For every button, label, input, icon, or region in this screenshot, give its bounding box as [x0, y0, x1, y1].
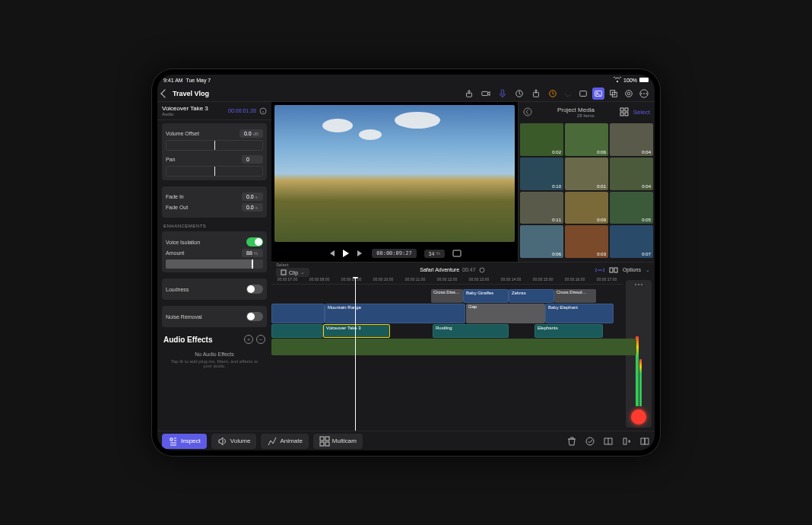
- svg-rect-1: [482, 91, 488, 95]
- timeline-info-icon[interactable]: [479, 267, 485, 273]
- timeline-clip[interactable]: Voiceover Take 3: [323, 324, 390, 338]
- svg-point-19: [524, 108, 531, 116]
- record-button[interactable]: [631, 409, 646, 425]
- info-icon[interactable]: [259, 107, 267, 115]
- viewer-zoom[interactable]: 34%: [424, 250, 445, 258]
- inspect-tab[interactable]: Inspect: [162, 434, 207, 449]
- fullscreen-icon[interactable]: [452, 250, 462, 257]
- media-thumb[interactable]: 0:02: [520, 123, 563, 156]
- fade-out-value[interactable]: 0.0 s: [242, 203, 263, 212]
- viewer-panel: 00:00:09:27 34%: [271, 102, 518, 262]
- more-icon[interactable]: [638, 88, 650, 100]
- timeline-clip[interactable]: [271, 339, 636, 355]
- media-thumb[interactable]: 0:03: [565, 225, 608, 258]
- history-icon[interactable]: [547, 88, 559, 100]
- media-thumb[interactable]: 0:06: [565, 123, 608, 156]
- media-thumb[interactable]: 0:07: [610, 225, 653, 258]
- back-button[interactable]: [160, 89, 169, 97]
- pan-value[interactable]: 0: [242, 155, 263, 164]
- fade-in-value[interactable]: 0.0 s: [242, 192, 263, 201]
- media-thumb[interactable]: 0:06: [520, 225, 563, 258]
- photos-icon[interactable]: [592, 88, 604, 100]
- viewer-timecode[interactable]: 00:00:09:27: [372, 249, 416, 258]
- redo-icon[interactable]: [562, 88, 574, 100]
- media-thumb[interactable]: 0:01: [565, 158, 608, 190]
- overlay-icon[interactable]: [607, 88, 620, 100]
- timeline-options[interactable]: Options: [623, 267, 641, 272]
- noise-removal-toggle[interactable]: [246, 312, 263, 321]
- voice-isolation-toggle[interactable]: [246, 237, 263, 247]
- wifi-icon: [614, 77, 621, 83]
- timeline-clip[interactable]: Gap: [466, 304, 545, 323]
- svg-rect-18: [453, 250, 461, 256]
- volume-tab[interactable]: Volume: [211, 434, 257, 449]
- svg-rect-26: [610, 268, 613, 272]
- play-button[interactable]: [343, 250, 349, 257]
- top-toolbar: Travel Vlog: [157, 85, 655, 102]
- timeline-clip[interactable]: Cross Dissol…: [554, 289, 596, 303]
- timeline-clip[interactable]: Baby Elephant: [545, 304, 614, 323]
- time-ruler[interactable]: 00:00:07:0000:00:08:0000:00:09:0000:00:1…: [271, 277, 623, 285]
- media-thumb[interactable]: 0:05: [610, 192, 653, 224]
- pan-slider[interactable]: [166, 166, 263, 177]
- audio-meter-icon[interactable]: [623, 88, 635, 100]
- inspector-clip-type: Audio: [162, 112, 208, 116]
- timeline-clip[interactable]: [271, 324, 323, 338]
- svg-rect-32: [325, 437, 329, 441]
- import-icon[interactable]: [463, 88, 475, 100]
- volume-offset-label: Volume Offset: [166, 131, 199, 136]
- status-time: 9:41 AM: [163, 78, 183, 83]
- pan-label: Pan: [166, 157, 175, 162]
- media-thumb[interactable]: 0:10: [520, 158, 563, 190]
- overwrite-icon[interactable]: [639, 436, 650, 447]
- media-thumb[interactable]: 0:04: [610, 158, 653, 190]
- timeline-clip[interactable]: Rustling: [433, 324, 509, 338]
- browser-back-icon[interactable]: [523, 107, 532, 116]
- approve-icon[interactable]: [585, 436, 595, 447]
- animate-tab[interactable]: Animate: [261, 434, 308, 449]
- snap-icon[interactable]: [609, 266, 618, 274]
- microphone-icon[interactable]: [496, 88, 509, 100]
- svg-point-35: [586, 438, 594, 445]
- svg-point-13: [641, 93, 642, 94]
- camera-icon[interactable]: [480, 88, 492, 100]
- timeline-clip[interactable]: Elephants: [534, 324, 603, 338]
- clip-menu[interactable]: Clip ⌄: [276, 268, 309, 277]
- meter-more-icon[interactable]: [634, 283, 643, 286]
- timeline-clip[interactable]: Baby Giraffes: [463, 289, 509, 303]
- multicam-tab[interactable]: Multicam: [313, 434, 363, 449]
- remove-effect-button[interactable]: −: [256, 335, 265, 344]
- media-thumb[interactable]: 0:09: [565, 192, 608, 224]
- project-title: Travel Vlog: [173, 90, 209, 97]
- amount-slider[interactable]: [166, 259, 263, 269]
- inspector-clip-name: Voiceover Take 3: [162, 105, 208, 112]
- link-icon[interactable]: [595, 266, 604, 274]
- timeline-clip[interactable]: Mountain Range: [325, 304, 465, 323]
- media-thumb[interactable]: 0:11: [520, 192, 563, 224]
- loudness-toggle[interactable]: [246, 285, 263, 294]
- timeline-clip[interactable]: [271, 304, 325, 323]
- timeline[interactable]: 00:00:07:0000:00:08:0000:00:09:0000:00:1…: [271, 277, 655, 431]
- add-effect-button[interactable]: +: [244, 335, 253, 344]
- skip-forward-icon[interactable]: [357, 250, 364, 257]
- svg-rect-33: [320, 442, 324, 446]
- grid-view-icon[interactable]: [620, 107, 629, 116]
- insert-icon[interactable]: [621, 436, 632, 447]
- marker-icon[interactable]: [513, 88, 525, 100]
- volume-offset-value[interactable]: 0.0 dB: [239, 129, 263, 138]
- share-icon[interactable]: [530, 88, 542, 100]
- media-thumb[interactable]: 0:04: [610, 123, 653, 156]
- library-icon[interactable]: [577, 88, 589, 100]
- timeline-clip[interactable]: Zebras: [509, 289, 554, 303]
- volume-offset-slider[interactable]: [166, 140, 263, 151]
- fade-in-label: Fade In: [166, 194, 184, 199]
- skip-back-icon[interactable]: [328, 250, 335, 257]
- trash-icon[interactable]: [566, 436, 577, 447]
- browser-select-button[interactable]: Select: [633, 109, 650, 116]
- amount-value[interactable]: 88 %: [242, 249, 263, 257]
- split-icon[interactable]: [603, 436, 614, 447]
- playhead[interactable]: [355, 277, 356, 431]
- no-effects-label: No Audio Effects: [157, 348, 271, 358]
- viewer-canvas[interactable]: [274, 105, 515, 242]
- timeline-clip[interactable]: Cross Diss…: [431, 289, 463, 303]
